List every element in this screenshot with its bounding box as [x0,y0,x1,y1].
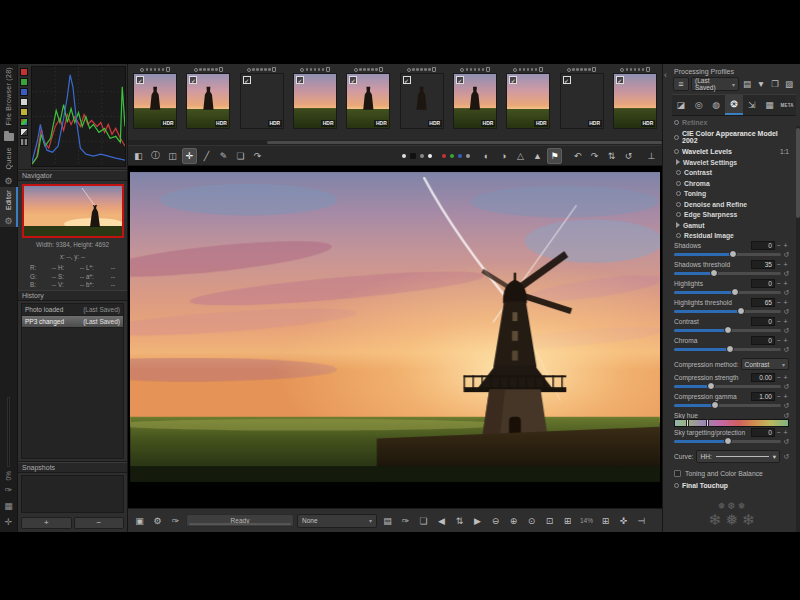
slider-value[interactable]: 65 [751,298,775,307]
reset-icon[interactable]: ↺ [783,383,789,390]
curve-type-select[interactable]: HH: ▾ [696,450,780,463]
navigator-thumbnail[interactable] [22,184,124,238]
sort-icon[interactable]: ⇅ [452,513,467,529]
highlight-clip-icon[interactable]: ◑ [496,148,511,164]
straighten-tool-icon[interactable]: ╱ [199,148,214,164]
dock-panel-icon[interactable]: ⊣ [634,513,649,529]
bg-white-swatch[interactable] [402,154,406,158]
slider-track[interactable] [674,310,781,313]
slider-track[interactable] [674,348,781,351]
check-badge[interactable]: ✓ [189,76,197,84]
hand-tool-icon[interactable]: ✛ [182,148,197,164]
slider-track[interactable] [674,385,781,388]
increment-button[interactable]: + [782,336,789,345]
color-picker-icon[interactable]: ✑ [5,484,13,496]
rotate-tool-icon[interactable]: ↷ [250,148,265,164]
section-residual-image[interactable]: Residual Image [672,230,791,241]
tab-metadata[interactable]: META [778,95,796,115]
slider-value[interactable]: 1.00 [751,392,775,401]
reset-icon[interactable]: ↺ [783,346,789,353]
rotate-cw-icon[interactable]: ↷ [587,148,602,164]
fill-profile-icon[interactable]: ✑ [398,513,413,529]
rotate-ccw-icon[interactable]: ↶ [570,148,585,164]
histogram-green-toggle[interactable] [20,78,28,86]
filmstrip-thumb[interactable]: ✓HDR [395,66,447,140]
put-in-queue-icon[interactable]: ✑ [168,513,183,529]
save-profile-icon[interactable]: ▼ [755,78,767,91]
copy-profile-icon[interactable]: ❐ [769,78,781,91]
check-badge[interactable]: ✓ [563,76,571,84]
history-row-selected[interactable]: PP3 changed(Last Saved) [22,316,123,328]
slider-value[interactable]: 0 [751,279,775,288]
decrement-button[interactable]: − [775,241,782,250]
filmstrip-thumb[interactable]: ✓HDR [502,66,554,140]
tab-file-browser[interactable]: File Browser (28) [5,64,12,130]
decrement-button[interactable]: − [775,260,782,269]
fullscreen-icon[interactable]: ✜ [616,513,631,529]
slider-track[interactable] [674,404,781,407]
red-channel-dot[interactable] [442,154,446,158]
increment-button[interactable]: + [782,392,789,401]
zoom-out-icon[interactable]: ⊖ [488,513,503,529]
open-folder-icon[interactable]: ▤ [380,513,395,529]
slider-track[interactable] [674,291,781,294]
decrement-button[interactable]: − [775,317,782,326]
check-badge[interactable]: ✓ [136,76,144,84]
crop-tool-icon[interactable]: ❏ [233,148,248,164]
tab-detail[interactable]: ◎ [690,95,708,115]
slider-track[interactable] [674,329,781,332]
zoom-fit-crop-icon[interactable]: ⊡ [542,513,557,529]
green-channel-dot[interactable] [450,154,454,158]
histogram-raw-toggle[interactable] [20,138,28,146]
image-canvas[interactable] [128,166,662,508]
tool-wavelet-levels[interactable]: Wavelet Levels1:1 [672,145,791,156]
decrement-button[interactable]: − [775,428,782,437]
increment-button[interactable]: + [782,260,789,269]
check-badge[interactable]: ✓ [296,76,304,84]
reset-icon[interactable]: ↺ [783,438,789,445]
decrement-button[interactable]: − [775,336,782,345]
slider-value[interactable]: 0 [751,241,775,250]
histogram-luma-toggle[interactable] [20,98,28,106]
reset-icon[interactable]: ↺ [783,453,789,460]
tools-scrollbar[interactable] [796,126,800,532]
reset-icon[interactable]: ↺ [783,412,789,419]
section-final-touchup[interactable]: Final Touchup [672,479,791,490]
toning-balance-checkbox[interactable] [674,470,681,477]
check-badge[interactable]: ✓ [403,76,411,84]
filmstrip-thumb[interactable]: ✓HDR [555,66,607,140]
reset-rotation-icon[interactable]: ↺ [621,148,636,164]
filmstrip-thumb[interactable]: ✓HDR [342,66,394,140]
snapshots-header[interactable]: Snapshots [18,462,127,473]
slider-value[interactable]: 0 [751,428,775,437]
hue-handle[interactable] [686,419,689,427]
reset-icon[interactable]: ↺ [783,308,789,315]
detail-window-icon[interactable]: ⊞ [598,513,613,529]
sky-hue-gradient-slider[interactable] [674,419,789,427]
increment-button[interactable]: + [782,279,789,288]
check-badge[interactable]: ✓ [243,76,251,84]
history-row[interactable]: Photo loaded(Last Saved) [22,304,123,316]
histogram-ciecam-toggle[interactable] [20,108,28,116]
reset-icon[interactable]: ↺ [783,327,789,334]
increment-button[interactable]: + [782,428,789,437]
compression-method-select[interactable]: Contrast ▾ [741,358,789,370]
histogram-chroma-toggle[interactable] [20,118,28,126]
profile-select[interactable]: (Last Saved) ▾ [691,77,739,91]
filmstrip-thumb[interactable]: ✓HDR [449,66,501,140]
zoom-100-icon[interactable]: ⊞ [560,513,575,529]
filmstrip-thumb[interactable]: ✓HDR [129,66,181,140]
hue-handle[interactable] [706,419,709,427]
section-toning[interactable]: Toning [672,188,791,199]
check-badge[interactable]: ✓ [509,76,517,84]
check-badge[interactable]: ✓ [349,76,357,84]
section-edge-sharpness[interactable]: Edge Sharpness [672,209,791,220]
profile-quick-select[interactable]: None▾ [297,514,377,528]
reset-icon[interactable]: ↺ [783,289,789,296]
slider-track[interactable] [674,440,781,443]
bg-black-swatch[interactable] [410,153,416,159]
filmstrip-thumb[interactable]: ✓HDR [609,66,661,140]
slider-track[interactable] [674,272,781,275]
check-badge[interactable]: ✓ [616,76,624,84]
navigation-icon[interactable]: ✛ [5,516,13,528]
